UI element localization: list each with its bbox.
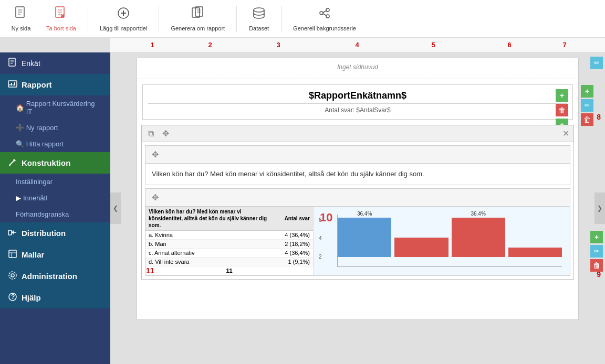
delete-btn-8[interactable]: 🗑 [556,104,568,116]
row-1-value: 4 (36,4%) [274,230,313,239]
dataset-label: Dataset [249,25,269,31]
toolbar-sep-4 [281,6,281,32]
table-col1-header: Vilken kön har du? Med kön menar vi köns… [145,207,274,231]
y-label-2: 2 [319,254,335,260]
sidebar-item-mallar[interactable]: Mallar [0,244,110,265]
row-3-value: 4 (36,4%) [274,248,313,257]
number-row: 1 2 3 4 5 6 7 [0,38,605,52]
report-header: Inget sidhuvud [137,58,578,79]
ny-rapport-label: Ny rapport [26,124,58,132]
copy-handle[interactable]: ⧉ [146,128,156,140]
nav-arrow-left[interactable]: ❮ [110,192,121,224]
table-row: a. Kvinna 4 (36,4%) [145,230,313,239]
block-title: $RapportEnkätnamn$ [143,85,572,103]
outer-del-9[interactable]: 🗑 [590,259,603,272]
row-4-value: 1 (9,1%) [274,257,313,266]
move-handle[interactable]: ✥ [160,127,171,140]
distribution-label: Distribution [22,229,66,238]
nav-arrow-right[interactable]: ❯ [594,192,605,224]
outer-trash-8: 🗑 [583,115,591,124]
outer-del-8[interactable]: 🗑 [581,113,593,126]
bar-3 [452,218,505,257]
hitta-rapport-icon: 🔍 [16,140,24,148]
ta-bort-sida-icon [54,6,68,24]
ny-sida-icon [14,6,28,24]
left-arrow-icon: ❮ [113,205,118,212]
toolbar-sep-2 [159,6,159,32]
rapport-label: Rapport [22,80,52,89]
num-label-8: 8 [597,113,601,121]
lagg-till-label: Lägg till rapportdel [100,25,148,31]
row-2-label: b. Man [145,239,274,248]
svg-rect-37 [9,250,16,258]
sidebar-item-rapport[interactable]: Rapport [0,74,110,95]
edit-button-7[interactable]: ✏ [590,57,603,69]
close-section-btn[interactable]: ✕ [562,129,569,138]
question-move-handle[interactable]: ✥ [150,148,161,160]
num-label-11: 11 [146,266,154,275]
enkät-icon [8,58,17,69]
distribution-icon [8,228,17,239]
add-btn-8-top[interactable]: + [556,89,568,102]
enkät-label: Enkät [22,59,40,68]
row-1-label: a. Kvinna [145,230,274,239]
outer-plus-9: + [594,233,599,241]
plus-icon-8-top: + [560,91,564,100]
toolbar-lagg-till[interactable]: Lägg till rapportdel [95,4,153,34]
hitta-rapport-label: Hitta rapport [26,140,64,148]
table-row: d. Vill inte svara 1 (9,1%) [145,257,313,266]
sidebar-item-konstruktion[interactable]: Konstruktion [0,152,110,174]
svg-point-41 [9,272,16,279]
administration-label: Administration [22,272,77,281]
toolbar-dataset[interactable]: Dataset [243,4,275,34]
mallar-label: Mallar [22,250,44,259]
bar-group-1: 36.4% [338,211,391,257]
results-block-header: ✥ [145,189,570,207]
outer-add-9[interactable]: + [590,231,603,243]
dataset-icon [252,6,266,24]
results-inner: Vilken kön har du? Med kön menar vi köns… [145,207,570,275]
bar-label-1: 36.4% [357,211,372,217]
content-area: ❮ ✏ Inget sidhuvud $Rapport [110,52,605,364]
sidebar-ny-rapport[interactable]: ➕ Ny rapport [0,120,110,136]
sidebar-rapport-sub[interactable]: 🏠 Rapport Kursvärdering IT [0,95,110,120]
results-table: Vilken kön har du? Med kön menar vi köns… [145,207,314,275]
sidebar: Enkät Rapport 🏠 Rapport Kursvärdering IT… [0,52,110,364]
hjälp-icon: ? [8,292,17,303]
results-block: ✥ Vilken kön har du? Med kön menar vi kö… [145,188,570,276]
sidebar-item-distribution[interactable]: Distribution [0,222,110,244]
sidebar-förhandsgranska[interactable]: Förhandsgranska [0,206,110,222]
results-move-handle[interactable]: ✥ [150,191,161,204]
sidebar-innehåll[interactable]: ▶ Innehåll [0,190,110,206]
block-subtitle: Antal svar: $AntalSvar$ [143,106,572,119]
table-col2-header: Antal svar [274,207,313,231]
outer-edit-9[interactable]: ✏ [590,245,603,258]
ny-sida-label: Ny sida [12,25,31,31]
toolbar-sep-1 [88,6,88,32]
toolbar-generera[interactable]: Generera om rapport [165,4,230,34]
toolbar-ny-sida[interactable]: Ny sida [5,4,37,34]
outer-edit-8[interactable]: ✏ [581,99,593,112]
header-text: Inget sidhuvud [337,63,378,71]
sidebar-item-administration[interactable]: Administration [0,265,110,287]
section-block: ⧉ ✥ ✕ ✥ Vilken kön har du? Med kön menar… [141,125,574,280]
bar-2 [394,238,448,257]
lagg-till-icon [116,6,131,24]
bar-label-3: 36.4% [471,211,485,217]
outer-pencil-9: ✏ [594,248,599,255]
outer-add-top-8[interactable]: + [581,85,593,98]
sidebar-inställningar[interactable]: Inställningar [0,174,110,190]
svg-point-19 [326,8,329,12]
table-row: c. Annat alternativ 4 (36,4%) [145,248,313,257]
num-2: 2 [179,41,242,49]
home-icon: 🏠 [16,104,24,112]
outer-plus-top-8: + [585,87,589,95]
toolbar-ta-bort-sida[interactable]: Ta bort sida [41,4,81,34]
generera-icon [191,6,205,24]
sidebar-hitta-rapport[interactable]: 🔍 Hitta rapport [0,136,110,152]
sidebar-item-hjälp[interactable]: ? Hjälp [0,287,110,308]
sidebar-item-enkät[interactable]: Enkät [0,52,110,74]
svg-point-17 [254,8,264,12]
toolbar-generell[interactable]: Generell bakgrundsserie [288,4,361,34]
outer-pencil-8: ✏ [585,102,590,109]
